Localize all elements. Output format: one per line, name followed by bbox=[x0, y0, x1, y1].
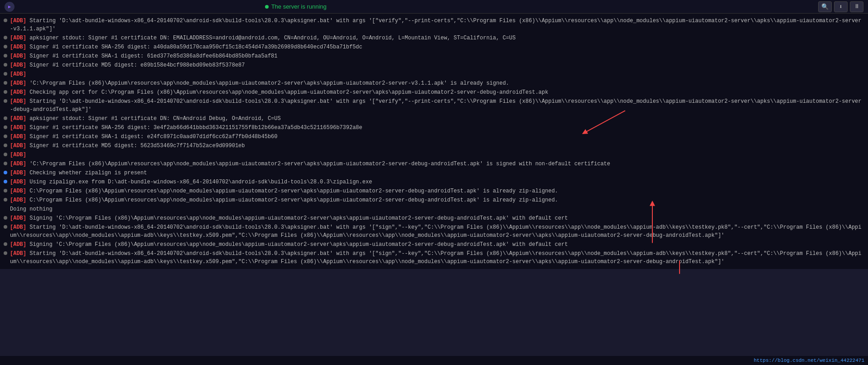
log-content: Starting 'D:\adt-bundle-windows-x86_64-2… bbox=[10, 18, 862, 32]
log-text: [ADB] Signer #1 certificate SHA-256 dige… bbox=[10, 124, 864, 132]
log-dot bbox=[4, 180, 7, 183]
bottom-bar: https://blog.csdn.net/weixin_44222471 bbox=[0, 356, 868, 365]
log-content: Checking whether zipalign is present bbox=[26, 170, 147, 176]
status-text: The server is running bbox=[271, 3, 327, 10]
log-line: [ADB] Starting 'D:\adt-bundle-windows-x8… bbox=[4, 223, 864, 240]
log-line: [ADB] 'C:\Program Files (x86)\Appium\res… bbox=[4, 159, 864, 168]
adb-tag: [ADB] bbox=[10, 125, 26, 131]
log-line: [ADB] C:\Program Files (x86)\Appium\reso… bbox=[4, 187, 864, 196]
log-dot bbox=[4, 45, 7, 48]
log-text: [ADB] C:\Program Files (x86)\Appium\reso… bbox=[10, 187, 864, 195]
log-dot bbox=[4, 36, 7, 39]
log-dot bbox=[4, 198, 7, 202]
log-line: [ADB] Checking whether zipalign is prese… bbox=[4, 168, 864, 178]
log-content: apksigner stdout: Signer #1 certificate … bbox=[26, 35, 516, 41]
log-content: Signing 'C:\Program Files (x86)\Appium\r… bbox=[26, 215, 568, 221]
adb-tag: [ADB] bbox=[10, 179, 26, 185]
log-text: [ADB] Signing 'C:\Program Files (x86)\Ap… bbox=[10, 214, 864, 222]
log-line: [ADB] Starting 'D:\adt-bundle-windows-x8… bbox=[4, 249, 864, 266]
log-content: 'C:\Program Files (x86)\Appium\resources… bbox=[26, 161, 610, 167]
adb-tag: [ADB] bbox=[10, 134, 26, 140]
log-line: [ADB] bbox=[4, 70, 864, 79]
log-line: [ADB] Signer #1 certificate SHA-256 dige… bbox=[4, 123, 864, 132]
log-text: [ADB] 'C:\Program Files (x86)\Appium\res… bbox=[10, 79, 864, 87]
log-content: Checking app cert for C:\Program Files (… bbox=[26, 89, 548, 96]
log-text: [ADB] Signer #1 certificate SHA-1 digest… bbox=[10, 52, 864, 60]
log-line: [ADB] Using zipalign.exe from D:\adt-bun… bbox=[4, 178, 864, 187]
log-text: [ADB] Starting 'D:\adt-bundle-windows-x8… bbox=[10, 97, 864, 114]
log-line: [ADB] Signer #1 certificate SHA-1 digest… bbox=[4, 132, 864, 141]
app-container: The server is running 🔍 ⬇ ⏸ [ADB] Starti… bbox=[0, 0, 868, 365]
log-line: [ADB] Signing 'C:\Program Files (x86)\Ap… bbox=[4, 214, 864, 223]
adb-tag: [ADB] bbox=[10, 44, 26, 50]
adb-tag: [ADB] bbox=[10, 170, 26, 176]
toolbar-right: 🔍 ⬇ ⏸ bbox=[818, 1, 863, 12]
log-content: Using zipalign.exe from D:\adt-bundle-wi… bbox=[26, 179, 372, 185]
log-dot bbox=[4, 54, 7, 58]
server-status: The server is running bbox=[265, 3, 327, 10]
download-button[interactable]: ⬇ bbox=[834, 1, 848, 12]
log-dot bbox=[4, 153, 7, 156]
log-dot bbox=[4, 216, 7, 220]
adb-tag: [ADB] bbox=[10, 241, 26, 248]
log-dot bbox=[4, 189, 7, 192]
log-text: [ADB] bbox=[10, 70, 864, 78]
log-dot bbox=[4, 162, 7, 165]
log-line: [ADB] apksigner stdout: Signer #1 certif… bbox=[4, 34, 864, 43]
log-text: [ADB] Starting 'D:\adt-bundle-windows-x8… bbox=[10, 17, 864, 33]
log-dot bbox=[4, 90, 7, 94]
log-line: [ADB] Signer #1 certificate SHA-1 digest… bbox=[4, 52, 864, 61]
log-text: [ADB] Starting 'D:\adt-bundle-windows-x8… bbox=[10, 223, 864, 240]
log-text: [ADB] apksigner stdout: Signer #1 certif… bbox=[10, 115, 864, 123]
log-dot bbox=[4, 125, 7, 129]
log-text: [ADB] Signer #1 certificate SHA-256 dige… bbox=[10, 43, 864, 51]
log-content: Signer #1 certificate MD5 digest: 5623d5… bbox=[26, 143, 245, 149]
log-content: 'C:\Program Files (x86)\Appium\resources… bbox=[26, 80, 509, 86]
adb-tag: [ADB] bbox=[10, 98, 26, 105]
adb-tag: [ADB] bbox=[10, 62, 26, 68]
log-text: [ADB] Signer #1 certificate MD5 digest: … bbox=[10, 142, 864, 150]
log-line: [ADB] C:\Program Files (x86)\Appium\reso… bbox=[4, 196, 864, 205]
log-dot bbox=[4, 225, 7, 229]
adb-tag: [ADB] bbox=[10, 188, 26, 194]
search-button[interactable]: 🔍 bbox=[818, 1, 832, 12]
log-text: [ADB] C:\Program Files (x86)\Appium\reso… bbox=[10, 196, 864, 204]
pause-button[interactable]: ⏸ bbox=[850, 1, 863, 12]
log-content: apksigner stdout: Signer #1 certificate … bbox=[26, 115, 281, 122]
adb-tag: [ADB] bbox=[10, 53, 26, 59]
log-content: Signer #1 certificate SHA-1 digest: e24f… bbox=[26, 134, 278, 140]
log-dot bbox=[4, 251, 7, 255]
adb-tag: [ADB] bbox=[10, 71, 26, 77]
play-button[interactable] bbox=[5, 2, 14, 12]
log-dot bbox=[4, 171, 7, 174]
log-text: [ADB] 'C:\Program Files (x86)\Appium\res… bbox=[10, 160, 864, 168]
log-line: [ADB] Signer #1 certificate SHA-256 dige… bbox=[4, 43, 864, 52]
adb-tag: [ADB] bbox=[10, 197, 26, 203]
log-content: C:\Program Files (x86)\Appium\resources\… bbox=[26, 197, 558, 203]
adb-tag: [ADB] bbox=[10, 152, 26, 158]
adb-tag: [ADB] bbox=[10, 161, 26, 167]
log-dot bbox=[4, 81, 7, 85]
log-line: [ADB] bbox=[4, 150, 864, 159]
log-line: [ADB] Checking app cert for C:\Program F… bbox=[4, 88, 864, 97]
log-line: [ADB] Signer #1 certificate MD5 digest: … bbox=[4, 141, 864, 150]
adb-tag: [ADB] bbox=[10, 18, 26, 24]
log-text: [ADB] Signer #1 certificate MD5 digest: … bbox=[10, 61, 864, 69]
log-content: Starting 'D:\adt-bundle-windows-x86_64-2… bbox=[10, 98, 862, 113]
log-dot bbox=[4, 63, 7, 67]
adb-tag: [ADB] bbox=[10, 143, 26, 149]
log-dot bbox=[4, 242, 7, 246]
adb-tag: [ADB] bbox=[10, 115, 26, 122]
doing-nothing-text: Doing nothing bbox=[4, 205, 864, 214]
terminal-container: [ADB] Starting 'D:\adt-bundle-windows-x8… bbox=[0, 14, 868, 356]
log-dot bbox=[4, 144, 7, 147]
log-dot bbox=[4, 116, 7, 120]
log-content: C:\Program Files (x86)\Appium\resources\… bbox=[26, 188, 558, 194]
log-dot bbox=[4, 72, 7, 76]
adb-tag: [ADB] bbox=[10, 224, 26, 231]
log-content: Starting 'D:\adt-bundle-windows-x86_64-2… bbox=[10, 224, 862, 239]
terminal[interactable]: [ADB] Starting 'D:\adt-bundle-windows-x8… bbox=[0, 14, 868, 269]
log-content: Signing 'C:\Program Files (x86)\Appium\r… bbox=[26, 241, 568, 248]
log-line: [ADB] Signing 'C:\Program Files (x86)\Ap… bbox=[4, 240, 864, 249]
log-text: [ADB] Signing 'C:\Program Files (x86)\Ap… bbox=[10, 240, 864, 249]
